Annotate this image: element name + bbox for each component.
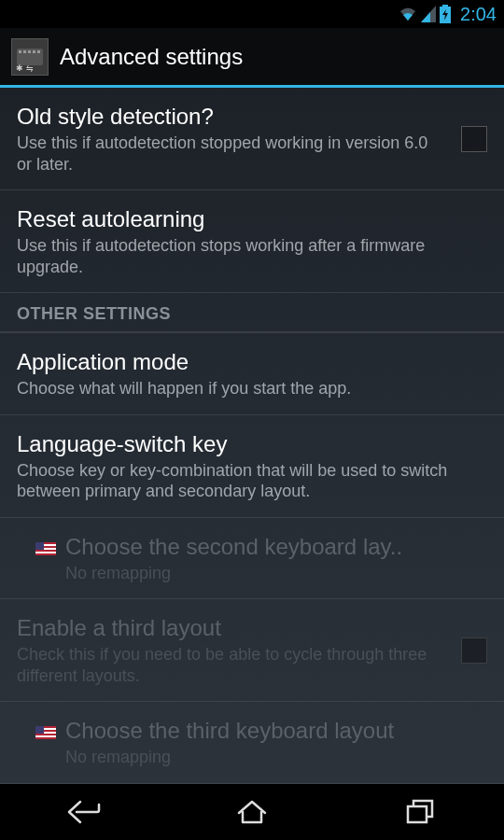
- old-style-detection-item[interactable]: Old style detection? Use this if autodet…: [0, 88, 504, 190]
- app-icon: ✱ ⇋: [11, 38, 49, 76]
- item-title: Reset autolearning: [17, 205, 487, 233]
- back-button[interactable]: [37, 790, 131, 834]
- third-keyboard-layout-item: Choose the third keyboard layout No rema…: [0, 702, 504, 784]
- item-title: Enable a third layout: [17, 614, 446, 642]
- item-summary: No remapping: [65, 563, 487, 584]
- item-title: Language-switch key: [17, 430, 487, 458]
- checkbox[interactable]: [461, 126, 487, 152]
- item-summary: Use this if autodetection stops working …: [17, 235, 487, 277]
- us-flag-icon: [35, 542, 56, 555]
- svg-rect-12: [408, 806, 427, 822]
- category-other-settings: OTHER SETTINGS: [0, 293, 504, 333]
- svg-rect-5: [35, 552, 56, 553]
- item-title: Application mode: [17, 348, 487, 376]
- settings-list: Old style detection? Use this if autodet…: [0, 88, 504, 784]
- application-mode-item[interactable]: Application mode Choose what will happen…: [0, 333, 504, 415]
- item-summary: No remapping: [65, 747, 487, 768]
- reset-autolearning-item[interactable]: Reset autolearning Use this if autodetec…: [0, 190, 504, 293]
- item-summary: Check this if you need to be able to cyc…: [17, 644, 446, 686]
- item-summary: Choose what will happen if you start the…: [17, 378, 487, 399]
- item-title: Choose the second keyboard lay..: [65, 533, 487, 561]
- battery-icon: [440, 5, 451, 23]
- svg-rect-1: [442, 5, 448, 7]
- status-bar: 2:04: [0, 0, 504, 28]
- svg-rect-11: [35, 726, 44, 734]
- action-bar: ✱ ⇋ Advanced settings: [0, 28, 504, 88]
- recents-button[interactable]: [373, 790, 467, 834]
- language-switch-key-item[interactable]: Language-switch key Choose key or key-co…: [0, 415, 504, 518]
- clock: 2:04: [460, 4, 497, 25]
- page-title: Advanced settings: [60, 44, 243, 70]
- item-title: Choose the third keyboard layout: [65, 717, 487, 745]
- signal-icon: [421, 6, 436, 22]
- svg-rect-6: [35, 542, 44, 550]
- wifi-icon: [399, 6, 417, 22]
- us-flag-icon: [35, 726, 56, 739]
- home-button[interactable]: [205, 790, 299, 834]
- navigation-bar: [0, 784, 504, 840]
- second-keyboard-layout-item: Choose the second keyboard lay.. No rema…: [0, 518, 504, 600]
- item-summary: Choose key or key-combination that will …: [17, 460, 487, 502]
- enable-third-layout-item: Enable a third layout Check this if you …: [0, 599, 504, 702]
- item-title: Old style detection?: [17, 103, 446, 131]
- checkbox: [461, 637, 487, 664]
- svg-rect-10: [35, 735, 56, 737]
- item-summary: Use this if autodetection stopped workin…: [17, 133, 446, 175]
